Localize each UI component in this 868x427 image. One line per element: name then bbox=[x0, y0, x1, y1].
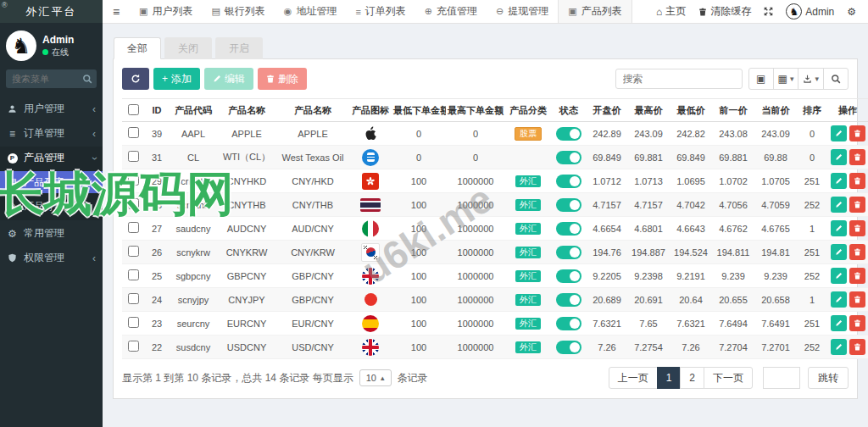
sidebar-item-product-categories[interactable]: ◈ 产品分类 bbox=[0, 195, 103, 217]
row-checkbox[interactable] bbox=[128, 151, 139, 162]
topnav-tab-withdraw[interactable]: ⊖提现管理 bbox=[487, 0, 558, 23]
row-delete-button[interactable] bbox=[849, 149, 865, 165]
sidebar-item-permissions[interactable]: 权限管理 ‹ bbox=[0, 247, 103, 269]
status-toggle[interactable] bbox=[556, 175, 581, 188]
sidebar-item-users[interactable]: 用户管理 ‹ bbox=[0, 97, 103, 120]
row-edit-button[interactable] bbox=[831, 173, 847, 189]
row-edit-button[interactable] bbox=[831, 125, 847, 141]
row-edit-button[interactable] bbox=[831, 339, 847, 355]
page-button-1[interactable]: 1 bbox=[657, 367, 682, 389]
settings-gear-icon[interactable]: ⚙ bbox=[847, 6, 856, 18]
add-button[interactable]: +添加 bbox=[153, 68, 200, 90]
refresh-button[interactable] bbox=[122, 68, 149, 90]
table-search-input[interactable] bbox=[615, 69, 743, 89]
cell-product-name: CNYTHB bbox=[217, 193, 276, 217]
prev-page-button[interactable]: 上一页 bbox=[609, 367, 658, 389]
filter-tab-closed[interactable]: 关闭 bbox=[164, 37, 212, 59]
jump-button[interactable]: 跳转 bbox=[808, 367, 849, 389]
topnav-tab-addresses[interactable]: ◉地址管理 bbox=[275, 0, 347, 23]
col-header-max-order-amount[interactable]: 最高下单金额 bbox=[446, 99, 505, 122]
page-button-2[interactable]: 2 bbox=[680, 367, 704, 389]
row-delete-button[interactable] bbox=[849, 173, 865, 189]
row-edit-button[interactable] bbox=[831, 244, 847, 260]
row-checkbox[interactable] bbox=[128, 269, 139, 280]
status-toggle[interactable] bbox=[556, 317, 581, 330]
col-header-id[interactable]: ID bbox=[144, 99, 170, 122]
col-header-open-price[interactable]: 开盘价 bbox=[587, 99, 627, 122]
sidebar-item-product-list[interactable]: ▤ 产品列表 bbox=[0, 171, 103, 193]
page-size-select[interactable]: 10▴ bbox=[359, 369, 392, 386]
status-toggle[interactable] bbox=[556, 246, 581, 259]
cell-current-price: 1.0705 bbox=[754, 169, 797, 193]
row-edit-button[interactable] bbox=[831, 197, 847, 213]
status-toggle[interactable] bbox=[556, 341, 581, 354]
row-checkbox[interactable] bbox=[128, 222, 139, 233]
row-delete-button[interactable] bbox=[849, 125, 865, 141]
filter-tab-open[interactable]: 开启 bbox=[215, 37, 263, 59]
columns-button[interactable]: ▦▾ bbox=[773, 68, 799, 90]
sidebar-item-products[interactable]: P 产品管理 ‹ bbox=[0, 147, 103, 169]
status-toggle[interactable] bbox=[556, 151, 581, 164]
row-checkbox[interactable] bbox=[128, 341, 139, 352]
status-toggle[interactable] bbox=[556, 127, 581, 141]
sidebar-item-orders[interactable]: ≡ 订单管理 ‹ bbox=[0, 122, 103, 145]
cell-status bbox=[551, 336, 587, 359]
col-header-product-name-2[interactable]: 产品名称 bbox=[276, 99, 349, 122]
toggle-view-button[interactable]: ▣ bbox=[748, 68, 774, 90]
row-checkbox[interactable] bbox=[128, 175, 139, 186]
row-delete-button[interactable] bbox=[849, 339, 865, 355]
status-toggle[interactable] bbox=[556, 222, 581, 236]
next-page-button[interactable]: 下一页 bbox=[704, 367, 753, 389]
row-checkbox[interactable] bbox=[128, 127, 139, 138]
col-header-product-name[interactable]: 产品名称 bbox=[217, 99, 276, 122]
search-toggle-button[interactable] bbox=[823, 68, 849, 90]
topnav-tab-users[interactable]: ▣用户列表 bbox=[130, 0, 202, 23]
sidebar-item-common[interactable]: ⚙ 常用管理 bbox=[0, 222, 103, 245]
row-delete-button[interactable] bbox=[849, 220, 865, 236]
row-checkbox[interactable] bbox=[128, 198, 139, 209]
topnav-tab-products[interactable]: ▣产品列表 bbox=[558, 0, 632, 23]
user-menu[interactable]: ♞Admin bbox=[786, 3, 834, 19]
col-header-prev-price[interactable]: 前一价 bbox=[712, 99, 754, 122]
row-delete-button[interactable] bbox=[849, 244, 865, 260]
row-edit-button[interactable] bbox=[831, 268, 847, 284]
filter-tab-all[interactable]: 全部 bbox=[114, 37, 161, 59]
col-header-product-icon[interactable]: 产品图标 bbox=[349, 99, 392, 122]
edit-button[interactable]: 编辑 bbox=[204, 68, 253, 90]
topnav-tab-orders[interactable]: ≡订单列表 bbox=[346, 0, 415, 23]
jump-page-input[interactable] bbox=[763, 367, 800, 389]
status-toggle[interactable] bbox=[556, 198, 581, 212]
col-header-status[interactable]: 状态 bbox=[551, 99, 587, 122]
row-checkbox[interactable] bbox=[128, 317, 139, 328]
select-all-checkbox[interactable] bbox=[128, 104, 139, 115]
row-checkbox[interactable] bbox=[128, 246, 139, 257]
export-button[interactable]: ▾ bbox=[798, 68, 824, 90]
status-toggle[interactable] bbox=[556, 293, 581, 307]
status-toggle[interactable] bbox=[556, 269, 581, 283]
row-edit-button[interactable] bbox=[831, 149, 847, 165]
col-header-product-code[interactable]: 产品代码 bbox=[170, 99, 217, 122]
row-edit-button[interactable] bbox=[831, 220, 847, 236]
clear-cache-link[interactable]: 清除缓存 bbox=[698, 4, 751, 19]
col-header-product-category[interactable]: 产品分类 bbox=[505, 99, 551, 122]
row-delete-button[interactable] bbox=[849, 315, 865, 331]
row-delete-button[interactable] bbox=[849, 291, 865, 308]
row-edit-button[interactable] bbox=[831, 315, 847, 331]
home-link[interactable]: ⌂主页 bbox=[656, 4, 686, 19]
delete-button[interactable]: 删除 bbox=[258, 68, 307, 90]
col-header-sort[interactable]: 排序 bbox=[797, 99, 827, 122]
cell-actions bbox=[827, 122, 868, 146]
row-checkbox[interactable] bbox=[128, 293, 139, 304]
col-header-actions[interactable]: 操作 bbox=[827, 99, 868, 122]
row-delete-button[interactable] bbox=[849, 268, 865, 284]
row-edit-button[interactable] bbox=[831, 291, 847, 308]
fullscreen-icon[interactable] bbox=[764, 7, 773, 16]
topnav-tab-banks[interactable]: ▤银行列表 bbox=[202, 0, 274, 23]
col-header-low-price[interactable]: 最低价 bbox=[670, 99, 712, 122]
topnav-tab-recharge[interactable]: ⊕充值管理 bbox=[415, 0, 487, 23]
row-delete-button[interactable] bbox=[849, 197, 865, 213]
sidebar-toggle-icon[interactable]: ≡ bbox=[103, 5, 130, 19]
col-header-current-price[interactable]: 当前价 bbox=[754, 99, 797, 122]
col-header-high-price[interactable]: 最高价 bbox=[627, 99, 670, 122]
col-header-min-order-amount[interactable]: 最低下单金额 bbox=[392, 99, 446, 122]
